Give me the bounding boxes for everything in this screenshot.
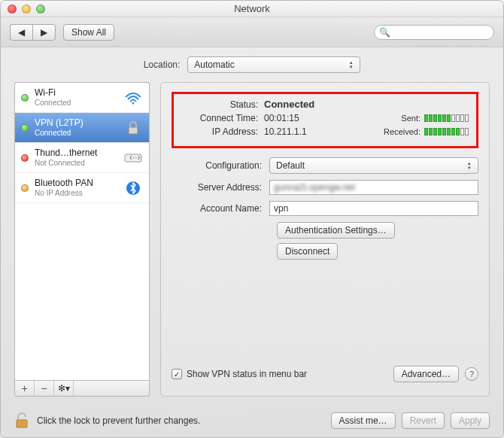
detail-panel: Status: Connected Connect Time: 00:01:15… xyxy=(160,82,490,397)
location-value: Automatic xyxy=(194,59,234,70)
lock-icon[interactable] xyxy=(14,412,29,430)
sidebar-item-bluetooth[interactable]: Bluetooth PAN No IP Address xyxy=(15,173,149,203)
status-box: Status: Connected Connect Time: 00:01:15… xyxy=(172,92,478,148)
sent-label: Sent: xyxy=(401,114,421,123)
sidebar: Wi-Fi Connected VPN (L2TP) Connected xyxy=(14,82,150,397)
list-buttons: + − ✻▾ xyxy=(14,380,150,397)
item-sub: Connected xyxy=(35,129,117,137)
location-row: Location: Automatic ▴▾ xyxy=(14,56,490,73)
traffic-lights xyxy=(8,5,45,14)
auth-settings-button[interactable]: Authentication Settings… xyxy=(277,222,395,239)
svg-point-0 xyxy=(132,102,135,104)
remove-interface-button[interactable]: − xyxy=(35,381,54,396)
content-area: Location: Automatic ▴▾ Wi-Fi Connected xyxy=(1,47,503,404)
revert-button[interactable]: Revert xyxy=(402,412,445,429)
updown-icon: ▴▾ xyxy=(346,59,357,70)
item-sub: No IP Address xyxy=(35,189,117,197)
search-field[interactable]: 🔍 xyxy=(374,25,494,40)
account-name-value: vpn xyxy=(274,203,288,214)
sent-meter xyxy=(424,114,469,122)
account-name-field[interactable]: vpn xyxy=(269,201,478,216)
configuration-select[interactable]: Default ▴▾ xyxy=(269,157,478,174)
svg-text:‹··›: ‹··› xyxy=(129,152,141,163)
zoom-button[interactable] xyxy=(36,5,45,14)
svg-rect-1 xyxy=(129,127,138,134)
location-select[interactable]: Automatic ▴▾ xyxy=(187,56,360,73)
network-prefs-window: Network ◀ ▶ Show All 🔍 Location: Automat… xyxy=(0,0,504,438)
assist-me-button[interactable]: Assist me… xyxy=(331,412,396,429)
bluetooth-icon xyxy=(123,180,143,196)
sidebar-item-thunderbolt[interactable]: Thund…thernet Not Connected ‹··› xyxy=(15,143,149,173)
svg-rect-5 xyxy=(17,420,27,427)
disconnect-button[interactable]: Disconnect xyxy=(277,243,338,260)
wifi-icon xyxy=(123,90,143,106)
gear-icon: ✻▾ xyxy=(58,383,70,394)
show-status-checkbox[interactable]: ✓ xyxy=(172,369,182,379)
item-name: Bluetooth PAN xyxy=(35,178,117,188)
location-label: Location: xyxy=(144,59,181,70)
forward-button[interactable]: ▶ xyxy=(32,24,56,41)
ip-value: 10.211.1.1 xyxy=(264,126,307,137)
show-all-button[interactable]: Show All xyxy=(63,24,114,41)
status-label: Status: xyxy=(181,99,264,110)
footer: Click the lock to prevent further change… xyxy=(1,404,503,437)
help-button[interactable]: ? xyxy=(465,367,478,381)
item-name: VPN (L2TP) xyxy=(35,118,117,128)
item-sub: Not Connected xyxy=(35,159,117,167)
configuration-value: Default xyxy=(276,160,305,171)
lock-text: Click the lock to prevent further change… xyxy=(37,415,200,426)
show-status-label: Show VPN status in menu bar xyxy=(187,369,307,379)
item-sub: Connected xyxy=(35,99,117,107)
connect-time-label: Connect Time: xyxy=(181,113,264,123)
updown-icon: ▴▾ xyxy=(464,160,475,171)
lock-icon xyxy=(123,120,143,136)
bottom-row: ✓ Show VPN status in menu bar Advanced… … xyxy=(172,361,478,387)
status-dot xyxy=(21,154,29,162)
account-name-label: Account Name: xyxy=(172,203,269,214)
back-button[interactable]: ◀ xyxy=(10,24,32,41)
received-label: Received: xyxy=(384,127,421,136)
ip-label: IP Address: xyxy=(181,126,264,137)
configuration-label: Configuration: xyxy=(172,160,269,171)
server-address-value: gunna2t.opengw.net xyxy=(274,182,355,193)
item-name: Wi-Fi xyxy=(35,88,117,98)
status-dot xyxy=(21,124,29,132)
item-name: Thund…thernet xyxy=(35,148,117,158)
titlebar: Network xyxy=(1,1,503,17)
sidebar-item-vpn[interactable]: VPN (L2TP) Connected xyxy=(15,113,149,143)
minimize-button[interactable] xyxy=(22,5,31,14)
sidebar-item-wifi[interactable]: Wi-Fi Connected xyxy=(15,83,149,113)
chevron-right-icon: ▶ xyxy=(41,27,47,38)
ethernet-icon: ‹··› xyxy=(123,150,143,166)
status-value: Connected xyxy=(264,99,314,110)
apply-button[interactable]: Apply xyxy=(451,412,490,429)
server-address-field[interactable]: gunna2t.opengw.net xyxy=(269,180,478,195)
advanced-button[interactable]: Advanced… xyxy=(393,366,459,382)
chevron-left-icon: ◀ xyxy=(18,27,25,38)
interface-actions-button[interactable]: ✻▾ xyxy=(54,381,74,396)
nav-segment: ◀ ▶ xyxy=(10,24,56,41)
interface-list: Wi-Fi Connected VPN (L2TP) Connected xyxy=(14,82,150,380)
server-address-label: Server Address: xyxy=(172,182,269,193)
status-dot xyxy=(21,94,29,102)
connect-time-value: 00:01:15 xyxy=(264,113,299,123)
add-interface-button[interactable]: + xyxy=(15,381,35,396)
body: Wi-Fi Connected VPN (L2TP) Connected xyxy=(14,82,490,397)
window-title: Network xyxy=(234,3,270,14)
status-dot xyxy=(21,184,29,192)
received-meter xyxy=(424,128,469,135)
search-icon: 🔍 xyxy=(379,27,390,38)
toolbar: ◀ ▶ Show All 🔍 xyxy=(1,17,503,47)
close-button[interactable] xyxy=(8,5,17,14)
